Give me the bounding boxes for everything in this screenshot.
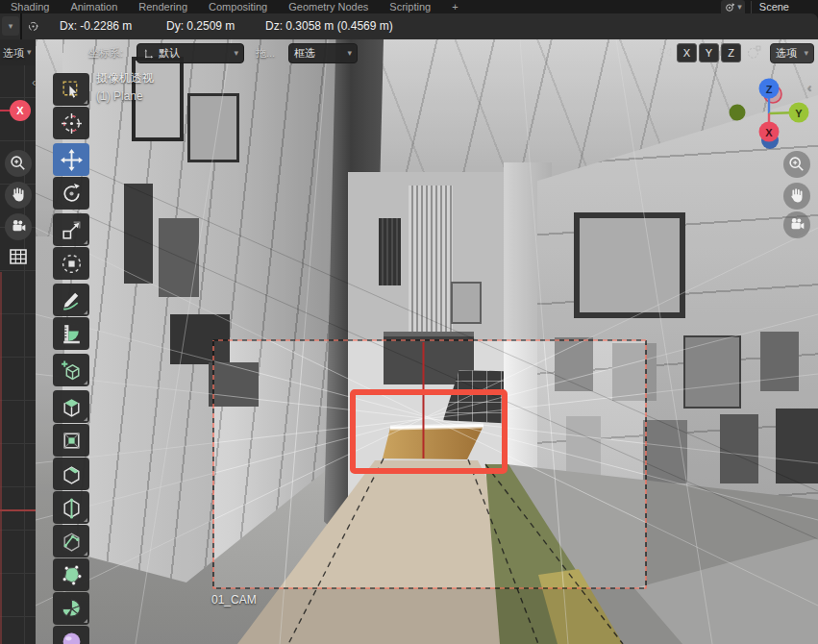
active-object-label: (1) Plane [96,89,143,103]
workspace-tab-shading[interactable]: Shading [0,1,60,13]
tool-add-cube-button[interactable] [53,354,89,386]
inset-faces-icon [60,429,84,453]
secondary-viewport-partial[interactable]: X [0,39,36,644]
workspace-tab-rendering[interactable]: Rendering [128,1,198,13]
camera-icon [8,216,29,237]
scale-icon [60,218,84,242]
rotate-icon [60,182,84,206]
tool-smooth-button[interactable] [53,626,89,644]
orientation-dropdown[interactable]: 默认 ▾ [136,43,244,63]
proportional-edit-icon[interactable] [746,44,762,64]
subtool-corner-marker [84,619,87,623]
chevron-down-icon: ▾ [804,49,808,58]
tool-annotate-button[interactable] [53,284,89,316]
magnifier-plus-icon [786,154,807,175]
poly-build-icon [60,563,84,587]
tool-move-button[interactable] [53,143,89,176]
camera-view-button[interactable] [783,211,810,238]
chevron-down-icon: ▾ [27,48,32,57]
drag-mode-dropdown[interactable]: 框选 ▾ [288,43,358,63]
mirror-x-button[interactable]: X [677,43,697,62]
add-workspace-button[interactable]: + [441,1,468,13]
hand-icon [786,186,807,207]
transform-icon [60,252,84,276]
delta-x-value: Dx: -0.2286 m [60,19,132,33]
tool-spin-button[interactable] [53,592,89,625]
tool-select-box-button[interactable] [53,73,89,106]
view-mode-label: 摄像机透视 [96,70,154,87]
zoom-button[interactable] [783,151,810,178]
tool-options-label: 选项 [776,46,800,61]
gizmo-x-label: X [765,127,773,138]
viewport-3d[interactable]: Z Y X 摄像机透视 (1) Plane 01_CAM ‹ [36,39,818,644]
subtool-corner-marker [84,518,87,522]
tool-inset-faces-button[interactable] [53,424,89,457]
tool-loop-cut-button[interactable] [53,491,89,524]
tool-options-dropdown[interactable]: 选项 ▾ [770,43,814,63]
tool-transform-button[interactable] [53,247,89,280]
editor-type-button[interactable] [24,16,41,36]
tool-poly-build-button[interactable] [53,558,89,591]
workspace-tab-animation[interactable]: Animation [60,1,128,13]
blender-window: Z Y X 摄像机透视 (1) Plane 01_CAM ‹ [0,0,818,644]
transform-orientation-icon [142,47,155,60]
subtool-corner-marker [84,381,87,384]
scene-name[interactable]: Scene [751,1,814,13]
secondary-gizmo-x-ball[interactable]: X [10,100,31,121]
workspace-tab-geometry-nodes[interactable]: Geometry Nodes [278,1,379,13]
tool-extrude-region-button[interactable] [53,390,89,423]
pan-view-button[interactable] [783,183,810,210]
workspace-tab-scripting[interactable]: Scripting [379,1,441,13]
tool-cursor-button[interactable] [53,107,89,139]
delta-y-value: Dy: 0.2509 m [166,19,235,33]
measure-icon [60,322,84,346]
orbit-icon [26,19,40,34]
grid-icon [7,245,30,268]
secondary-axis-edge-line [0,272,2,644]
annotate-icon [60,288,84,312]
secondary-x-axis-line [0,509,36,511]
spin-icon [60,597,84,621]
topbar: Shading Animation Rendering Compositing … [0,0,818,13]
loop-cut-icon [60,496,84,520]
move-icon [60,148,84,172]
scene-browse-button[interactable]: ▾ [721,0,745,13]
tool-scale-button[interactable] [53,213,89,246]
select-box-icon [60,78,84,102]
subtool-corner-marker [84,417,87,421]
secondary-ortho-grid-button[interactable] [5,243,32,270]
workspace-tab-compositing[interactable]: Compositing [198,1,278,13]
editor-divider [20,13,22,39]
secondary-pan-button[interactable] [5,182,32,209]
secondary-options-label[interactable]: 选项 [3,46,24,61]
chevron-down-icon: ▾ [9,22,13,31]
scene-icon [724,1,737,13]
gizmo-y-label: Y [795,108,803,119]
toolbar-collapse-arrow[interactable]: ‹ [32,77,36,88]
mirror-icon [657,44,674,64]
editor-menu-chevron-button[interactable]: ▾ [2,16,19,36]
drag-mode-value: 框选 [294,46,343,61]
viewport-header: ▾ Dx: -0.2286 m Dy: 0.2509 m Dz: 0.3058 … [0,13,818,39]
mirror-z-button[interactable]: Z [721,43,741,62]
knife-icon [60,530,84,554]
magnifier-plus-icon [8,153,29,174]
chevron-down-icon: ▾ [234,49,238,58]
bevel-icon [60,462,84,486]
secondary-zoom-button[interactable] [5,150,32,177]
tool-knife-button[interactable] [53,525,89,557]
add-cube-icon [60,359,84,383]
secondary-camera-button[interactable] [5,213,32,240]
cursor-icon [60,111,84,136]
tool-measure-button[interactable] [53,317,89,350]
mirror-y-button[interactable]: Y [699,43,719,62]
sidebar-collapse-arrow[interactable]: ‹ [807,82,811,93]
tool-bevel-button[interactable] [53,458,89,490]
subtool-corner-marker [84,310,87,314]
camera-icon [786,214,807,235]
delta-z-value: Dz: 0.3058 m (0.4569 m) [265,19,393,33]
hand-icon [8,185,29,206]
smooth-icon [60,631,84,644]
gizmo-y-negative-ball[interactable] [730,105,746,121]
tool-rotate-button[interactable] [53,177,89,210]
